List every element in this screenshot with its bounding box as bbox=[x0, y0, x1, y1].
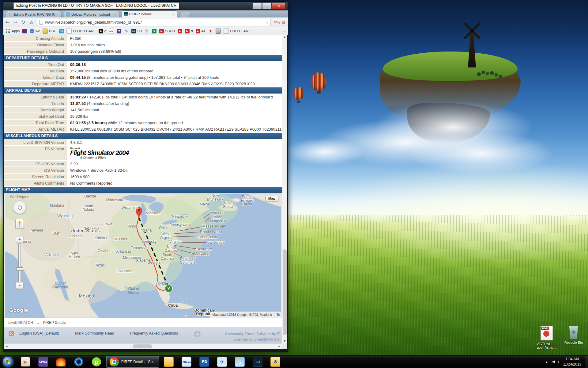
window-titlebar[interactable]: Editing Post In RACING IN LD TO TRY TO M… bbox=[3, 2, 288, 10]
scroll-top-button[interactable]: ▲ bbox=[194, 331, 201, 337]
start-button[interactable] bbox=[2, 356, 13, 367]
mark-read-link[interactable]: Mark Community Read bbox=[75, 331, 114, 335]
reload-icon[interactable]: ↻ bbox=[19, 19, 27, 26]
bookmark-item[interactable]: ▶AT bbox=[196, 29, 206, 33]
bookmark-item[interactable]: ✎ bbox=[124, 29, 129, 33]
bookmark-item[interactable]: ▶ bbox=[178, 29, 182, 33]
chrome-menu-icon[interactable]: ≡ bbox=[282, 19, 285, 26]
terms-link[interactable]: Te bbox=[277, 313, 280, 316]
scroll-down-icon[interactable]: ▼ bbox=[282, 339, 287, 344]
picture-favicon bbox=[66, 12, 70, 17]
close-button[interactable]: ✕ bbox=[272, 3, 285, 9]
desktop-icon[interactable]: Recycle Bin bbox=[560, 326, 587, 344]
horizontal-scroll-thumb[interactable] bbox=[133, 344, 152, 348]
map-label: District ofColumbia bbox=[180, 257, 195, 265]
pan-up-icon[interactable] bbox=[18, 202, 21, 205]
bookmark-item[interactable]: Y bbox=[117, 29, 121, 33]
browser-tab[interactable]: PIREP Details× bbox=[122, 10, 177, 17]
speaker-icon[interactable] bbox=[552, 360, 556, 364]
taskbar-item[interactable]: LD bbox=[249, 356, 266, 367]
zoom-out-button[interactable]: − bbox=[16, 282, 23, 289]
taskbar-active-task[interactable]: PIREP Details - Go... bbox=[106, 356, 159, 368]
bookmark-item[interactable] bbox=[216, 29, 221, 34]
bookmarks-overflow-chevron[interactable]: » bbox=[283, 29, 285, 33]
street-view-pegman[interactable] bbox=[15, 219, 24, 229]
taskbar-item[interactable] bbox=[160, 356, 177, 367]
taskbar-item[interactable]: ✈ bbox=[213, 356, 231, 367]
horizontal-scrollbar[interactable]: ◄ ► bbox=[4, 343, 282, 349]
tab-close-icon[interactable]: × bbox=[56, 13, 59, 16]
bookmark-item[interactable]: LDLD bbox=[131, 29, 142, 33]
rss-icon[interactable] bbox=[9, 331, 14, 336]
scroll-right-icon[interactable]: ► bbox=[277, 344, 282, 349]
bookmark-item[interactable]: Cc bbox=[99, 29, 106, 33]
bookmark-star-icon[interactable]: ☆ bbox=[265, 20, 269, 25]
taskbar-clock[interactable]: 1:04 AM 11/24/2013 bbox=[563, 357, 581, 367]
bookmark-item[interactable]: TCP bbox=[59, 29, 64, 33]
vertical-speed-link[interactable]: -48.22 bbox=[187, 95, 198, 99]
vertical-scroll-thumb[interactable] bbox=[283, 249, 287, 335]
taskbar-item[interactable]: 8 bbox=[267, 356, 284, 367]
tab-close-icon[interactable]: × bbox=[172, 12, 175, 16]
taskbar-item[interactable] bbox=[231, 356, 248, 367]
zoom-in-button[interactable]: + bbox=[16, 236, 23, 243]
browser-tab[interactable]: Upload Pictures - upload× bbox=[64, 11, 119, 17]
bookmark-item[interactable]: ELI KID CARE bbox=[66, 29, 96, 34]
taskbar-item[interactable] bbox=[70, 356, 87, 367]
back-icon[interactable]: ← bbox=[3, 19, 11, 26]
taskbar-item[interactable]: PD bbox=[196, 356, 213, 367]
show-desktop-button[interactable] bbox=[585, 356, 588, 368]
zoom-slider-handle[interactable] bbox=[16, 267, 23, 271]
new-tab-button[interactable] bbox=[179, 12, 191, 17]
bookmark-item[interactable]: ✈ bbox=[145, 29, 149, 33]
tab-close-icon[interactable]: × bbox=[114, 13, 117, 16]
ebay-extension-icon[interactable]: ebay bbox=[274, 21, 280, 24]
map-label: Connecticut bbox=[198, 235, 217, 239]
bookmark-item[interactable]: V bbox=[152, 29, 156, 33]
map-pan-control[interactable] bbox=[13, 201, 26, 214]
browser-tab[interactable]: ☾Editing Post In RACING IN× bbox=[6, 11, 62, 17]
hot-air-balloon bbox=[311, 72, 326, 91]
bookmark-item[interactable]: wc bbox=[30, 29, 40, 33]
address-bar[interactable]: www.livedispatch.org/pirep_details.html?… bbox=[37, 19, 271, 26]
bookmark-item[interactable]: Apps bbox=[6, 29, 20, 33]
bookmark-item[interactable]: ADP bbox=[109, 29, 114, 34]
pan-right-icon[interactable] bbox=[22, 206, 25, 209]
tray-expand-icon[interactable]: ▲ bbox=[546, 361, 548, 363]
map-label: Minnesota bbox=[106, 198, 123, 202]
taskbar-item[interactable] bbox=[52, 356, 70, 367]
bookmark-item[interactable]: FUELPLAN² bbox=[224, 29, 249, 34]
taskbar-item[interactable]: CPUZ bbox=[35, 356, 52, 367]
faq-link[interactable]: Frequently Asked Questions bbox=[130, 331, 178, 335]
vertical-scrollbar[interactable]: ▲ ▼ bbox=[282, 35, 287, 344]
bookmark-item[interactable]: ▶SBHD bbox=[159, 29, 175, 33]
forward-icon[interactable]: → bbox=[11, 19, 19, 26]
google-logo[interactable]: Google bbox=[9, 307, 28, 313]
maximize-button[interactable]: ▢ bbox=[262, 3, 272, 9]
pan-left-icon[interactable] bbox=[14, 206, 17, 209]
bookmark-item[interactable]: ★ bbox=[208, 29, 213, 33]
scroll-up-icon[interactable]: ▲ bbox=[282, 35, 287, 40]
desktop-icon[interactable]: PDFACTUAL--...appl-Asmo... bbox=[533, 326, 560, 349]
pan-down-icon[interactable] bbox=[18, 210, 21, 213]
minimize-button[interactable]: ─ bbox=[252, 3, 262, 9]
taskbar-item[interactable]: µ bbox=[88, 356, 105, 367]
bookmark-item[interactable]: ▶d bbox=[185, 29, 193, 33]
bookmark-item[interactable]: BBC bbox=[43, 29, 56, 34]
zoom-slider-track[interactable] bbox=[18, 243, 21, 282]
language-link[interactable]: English (USA) (Default) bbox=[19, 331, 59, 335]
scroll-left-icon[interactable]: ◄ bbox=[4, 344, 9, 349]
pan-center[interactable] bbox=[18, 205, 22, 210]
flight-map[interactable]: ✈ WashingtonMontanaDakotaMinnesotaWiscon… bbox=[5, 194, 281, 318]
map-label: New York bbox=[172, 214, 188, 219]
row-value: KMDW 222151Z 34008KT 10SM SCT028 SCT150 … bbox=[67, 81, 282, 87]
home-icon[interactable]: ⌂ bbox=[27, 19, 35, 26]
taskbar-item[interactable]: MD11 bbox=[178, 356, 195, 367]
url-text[interactable]: www.livedispatch.org/pirep_details.html?… bbox=[45, 20, 265, 25]
map-type-button[interactable]: Map bbox=[265, 196, 278, 201]
row-label: Taxi Data bbox=[4, 68, 67, 74]
bookmark-item[interactable] bbox=[22, 29, 27, 33]
value-text: ( bbox=[86, 121, 88, 125]
taskbar-item[interactable]: ▶ bbox=[17, 356, 34, 367]
breadcrumb-home[interactable]: LiveDISPATCH bbox=[8, 320, 33, 325]
